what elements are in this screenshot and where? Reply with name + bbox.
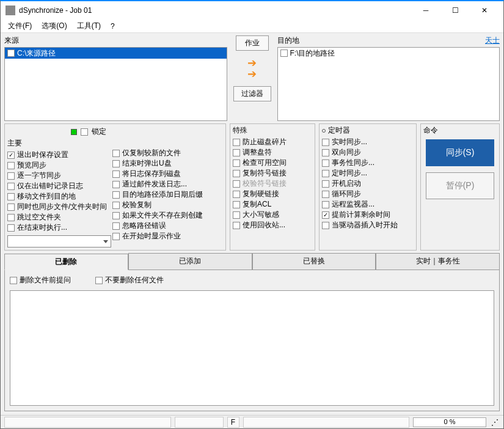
group-special-title: 特殊 xyxy=(233,125,312,137)
destination-label: 目的地 xyxy=(277,35,299,47)
lock-checkbox[interactable] xyxy=(81,128,88,136)
opt-send-log-email[interactable]: 通过邮件发送日志... xyxy=(112,179,222,189)
close-button[interactable]: ✕ xyxy=(470,2,499,19)
swap-arrows-icon[interactable]: ➔ ➔ xyxy=(247,54,257,82)
opt-copy-hardlinks[interactable]: 复制硬链接 xyxy=(233,189,312,199)
destination-item-checkbox[interactable] xyxy=(280,50,288,57)
app-icon xyxy=(5,6,15,15)
window-title: dSynchronize - Job 01 xyxy=(19,6,412,15)
tab-replaced[interactable]: 已替换 xyxy=(252,253,376,270)
opt-sync-timestamps[interactable]: 同时也同步文件/文件夹时间 xyxy=(7,202,111,212)
minimize-button[interactable]: ─ xyxy=(412,2,440,19)
progress-pct: 0 % xyxy=(444,418,456,425)
opt-precalc-time[interactable]: 提前计算剩余时间 xyxy=(322,210,414,220)
opt-transactional[interactable]: 事务性同步... xyxy=(322,158,414,168)
opt-skip-empty[interactable]: 跳过空文件夹 xyxy=(7,212,111,222)
opt-show-job-on-start[interactable]: 在开始时显示作业 xyxy=(112,231,222,241)
source-item-checkbox[interactable] xyxy=(7,50,15,57)
opt-save-log-disk[interactable]: 将日志保存到磁盘 xyxy=(112,169,222,179)
group-timer-title: 定时器 xyxy=(328,125,350,136)
status-f-label: F xyxy=(227,417,239,428)
opt-preview-sync[interactable]: 预览同步 xyxy=(7,160,111,170)
opt-no-delete[interactable]: 不要删除任何文件 xyxy=(95,275,164,285)
menu-file[interactable]: 文件(F) xyxy=(4,20,35,32)
menubar: 文件(F) 选项(O) 工具(T) ? xyxy=(1,20,503,33)
opt-create-if-missing[interactable]: 如果文件夹不存在则创建 xyxy=(112,210,222,221)
lock-led-icon xyxy=(71,129,77,135)
status-seg-1 xyxy=(4,417,171,428)
source-label: 来源 xyxy=(4,35,19,47)
opt-copy-acl[interactable]: 复制ACL xyxy=(233,199,312,210)
destination-item[interactable]: F:\目的地路径 xyxy=(278,48,500,59)
opt-confirm-delete[interactable]: 删除文件前提问 xyxy=(10,275,71,285)
destination-item-path: F:\目的地路径 xyxy=(290,48,335,59)
opt-bidirectional[interactable]: 双向同步 xyxy=(322,147,414,158)
pause-button[interactable]: 暂停(P) xyxy=(426,172,494,199)
progress-bar: 0 % xyxy=(413,417,486,427)
opt-loop[interactable]: 循环同步 xyxy=(322,189,414,199)
opt-ignore-path-err[interactable]: 忽略路径错误 xyxy=(112,221,222,231)
menu-tools[interactable]: 工具(T) xyxy=(73,20,104,32)
swap-link[interactable]: 天士 xyxy=(485,35,500,46)
status-seg-3 xyxy=(243,417,410,428)
destination-list[interactable]: F:\目的地路径 xyxy=(277,47,500,121)
opt-save-on-exit[interactable]: 退出时保存设置 xyxy=(7,150,111,160)
opt-byte-by-byte[interactable]: 逐一字节同步 xyxy=(7,170,111,181)
opt-remote-monitor[interactable]: 远程监视器... xyxy=(322,199,414,210)
opt-scheduled[interactable]: 定时同步... xyxy=(322,168,414,178)
opt-autostart[interactable]: 开机启动 xyxy=(322,178,414,189)
filter-button[interactable]: 过滤器 xyxy=(233,86,271,101)
source-item-path: C:\来源路径 xyxy=(17,48,56,59)
opt-exec-on-end[interactable]: 在结束时执行... xyxy=(7,222,111,233)
opt-on-drive-insert[interactable]: 当驱动器插入时开始 xyxy=(322,220,414,230)
opt-prevent-frag[interactable]: 防止磁盘碎片 xyxy=(233,137,312,147)
titlebar: dSynchronize - Job 01 ─ ☐ ✕ xyxy=(1,1,503,20)
opt-verify-copy[interactable]: 校验复制 xyxy=(112,200,222,210)
tab-added[interactable]: 已添加 xyxy=(128,253,252,270)
opt-realtime[interactable]: 实时同步... xyxy=(322,137,414,147)
source-item[interactable]: C:\来源路径 xyxy=(5,48,227,59)
group-main-title: 主要 xyxy=(7,138,111,150)
opt-log-on-error[interactable]: 仅在出错时记录日志 xyxy=(7,181,111,191)
opt-verify-symlinks: 校验符号链接 xyxy=(233,178,312,189)
tab-deleted[interactable]: 已删除 xyxy=(4,254,128,270)
source-list[interactable]: C:\来源路径 xyxy=(4,47,227,121)
lock-label: 锁定 xyxy=(92,127,106,137)
menu-options[interactable]: 选项(O) xyxy=(38,20,70,32)
timer-radio-icon xyxy=(322,129,326,133)
group-cmd-title: 命令 xyxy=(423,125,497,137)
opt-add-date-suffix[interactable]: 目的地路径添加日期后缀 xyxy=(112,189,222,200)
status-seg-2 xyxy=(175,417,224,428)
resize-grip-icon[interactable]: ⋰ xyxy=(490,418,500,427)
opt-eject-usb[interactable]: 结束时弹出U盘 xyxy=(112,158,222,169)
tab-realtime[interactable]: 实时｜事务性 xyxy=(376,253,500,270)
opt-case-sensitive[interactable]: 大小写敏感 xyxy=(233,210,312,220)
opt-copy-newer[interactable]: 仅复制较新的文件 xyxy=(112,148,222,158)
opt-adjust-drive[interactable]: 调整盘符 xyxy=(233,147,312,158)
job-button[interactable]: 作业 xyxy=(236,35,269,51)
statusbar: F 0 % ⋰ xyxy=(1,415,503,428)
exec-combo[interactable] xyxy=(7,235,111,248)
log-list[interactable] xyxy=(10,290,494,406)
sync-button[interactable]: 同步(S) xyxy=(426,139,494,166)
maximize-button[interactable]: ☐ xyxy=(441,2,469,19)
opt-use-recycle[interactable]: 使用回收站... xyxy=(233,220,312,230)
opt-check-space[interactable]: 检查可用空间 xyxy=(233,158,312,168)
opt-move-to-dest[interactable]: 移动文件到目的地 xyxy=(7,191,111,202)
menu-help[interactable]: ? xyxy=(107,21,119,32)
opt-copy-symlinks[interactable]: 复制符号链接 xyxy=(233,168,312,178)
